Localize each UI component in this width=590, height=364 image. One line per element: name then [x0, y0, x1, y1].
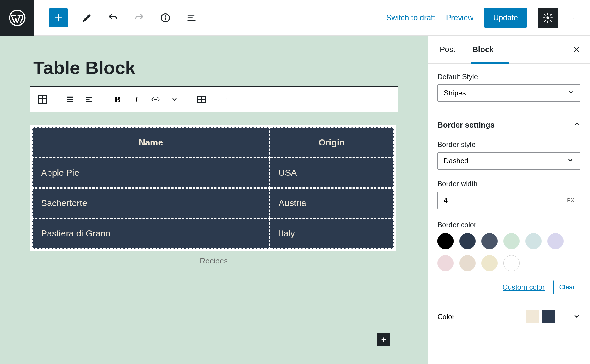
svg-point-5: [573, 17, 574, 17]
chevron-down-icon[interactable]: [169, 94, 180, 105]
border-settings-header[interactable]: Border settings: [437, 110, 580, 134]
table-block[interactable]: Name Origin Apple PieUSA SachertorteAust…: [30, 125, 396, 251]
undo-icon[interactable]: [106, 11, 120, 25]
chevron-down-icon: [567, 156, 574, 166]
table-cell[interactable]: USA: [270, 158, 394, 188]
block-toolbar: B I: [30, 86, 398, 112]
border-width-input[interactable]: 4 PX: [437, 192, 580, 209]
outline-icon[interactable]: [184, 11, 199, 25]
color-swatch[interactable]: [481, 233, 498, 249]
svg-point-4: [546, 16, 549, 19]
chevron-down-icon: [568, 89, 574, 97]
color-swatch[interactable]: [437, 233, 454, 249]
default-style-value: Stripes: [444, 89, 466, 97]
svg-point-10: [226, 98, 226, 99]
border-style-value: Dashed: [444, 157, 468, 165]
bg-color-chip[interactable]: [542, 310, 555, 323]
color-swatch[interactable]: [481, 255, 498, 271]
table-header-cell[interactable]: Name: [32, 127, 270, 158]
tab-block[interactable]: Block: [470, 36, 496, 63]
topbar-right-tools: Switch to draft Preview Update: [386, 8, 579, 28]
settings-sidebar: Post Block ✕ Default Style Stripes Borde…: [428, 36, 590, 364]
edit-tool-icon[interactable]: [80, 11, 94, 25]
redo-icon[interactable]: [132, 11, 146, 25]
color-swatch[interactable]: [503, 255, 520, 271]
color-swatch[interactable]: [547, 233, 564, 249]
topbar-left-tools: [49, 8, 199, 27]
custom-color-link[interactable]: Custom color: [503, 283, 545, 291]
border-width-unit: PX: [567, 197, 574, 204]
update-button[interactable]: Update: [484, 8, 527, 28]
svg-point-6: [573, 18, 574, 18]
table-caption[interactable]: Recipes: [30, 256, 398, 266]
clear-color-button[interactable]: Clear: [553, 280, 580, 294]
table-cell[interactable]: Austria: [270, 188, 394, 218]
default-style-label: Default Style: [437, 73, 580, 81]
border-color-label: Border color: [437, 221, 580, 229]
table-cell[interactable]: Sachertorte: [32, 188, 270, 218]
inline-add-block-button[interactable]: +: [377, 333, 390, 346]
editor-canvas: Table Block B I Na: [0, 36, 428, 364]
color-swatch[interactable]: [525, 233, 542, 249]
editor-topbar: Switch to draft Preview Update: [0, 0, 590, 36]
default-style-select[interactable]: Stripes: [437, 84, 580, 102]
add-block-button[interactable]: [49, 8, 68, 27]
border-style-select[interactable]: Dashed: [437, 152, 580, 170]
fg-color-chip[interactable]: [526, 310, 539, 323]
border-width-label: Border width: [437, 180, 580, 188]
table-header-cell[interactable]: Origin: [270, 127, 394, 158]
editor-workspace: Table Block B I Na: [0, 36, 590, 364]
preview-link[interactable]: Preview: [446, 13, 473, 22]
color-section-header[interactable]: Color: [437, 303, 580, 324]
color-section-title: Color: [437, 313, 454, 321]
border-style-label: Border style: [437, 140, 580, 149]
border-settings-title: Border settings: [437, 120, 495, 130]
block-type-icon[interactable]: [30, 87, 55, 112]
more-options-icon[interactable]: [569, 11, 579, 25]
align-justify-icon[interactable]: [64, 94, 75, 105]
wordpress-logo[interactable]: [0, 0, 34, 36]
table-edit-icon[interactable]: [189, 87, 214, 112]
chevron-up-icon: [573, 120, 580, 130]
tab-post[interactable]: Post: [437, 36, 458, 63]
close-sidebar-icon[interactable]: ✕: [572, 44, 580, 55]
svg-point-7: [573, 18, 574, 19]
table-cell[interactable]: Pastiera di Grano: [32, 218, 270, 249]
italic-icon[interactable]: I: [131, 94, 142, 105]
chevron-down-icon: [573, 312, 580, 321]
table-cell[interactable]: Apple Pie: [32, 158, 270, 188]
settings-button[interactable]: [538, 8, 558, 28]
color-swatch[interactable]: [437, 255, 454, 271]
color-swatch[interactable]: [503, 233, 520, 249]
svg-point-2: [165, 15, 166, 17]
border-color-swatches: [437, 233, 580, 271]
bold-icon[interactable]: B: [112, 94, 123, 105]
svg-point-11: [226, 99, 226, 99]
link-icon[interactable]: [150, 94, 161, 105]
info-icon[interactable]: [158, 11, 172, 25]
switch-to-draft-link[interactable]: Switch to draft: [386, 13, 435, 22]
color-swatch[interactable]: [459, 233, 476, 249]
svg-rect-3: [165, 17, 166, 20]
post-title-peek: Table Block: [33, 57, 135, 78]
align-left-icon[interactable]: [83, 94, 94, 105]
table-cell[interactable]: Italy: [270, 218, 394, 249]
color-swatch[interactable]: [459, 255, 476, 271]
svg-point-12: [226, 100, 226, 100]
sidebar-tabs: Post Block ✕: [428, 36, 590, 64]
border-width-value: 4: [444, 196, 448, 205]
block-more-icon[interactable]: [214, 87, 239, 112]
